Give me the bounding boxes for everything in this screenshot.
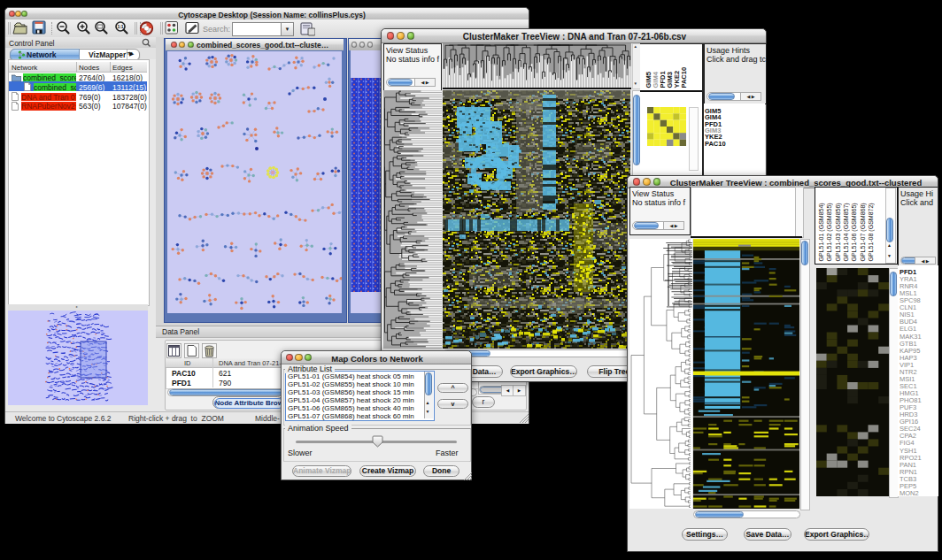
svg-text:1:1: 1:1	[117, 24, 123, 29]
